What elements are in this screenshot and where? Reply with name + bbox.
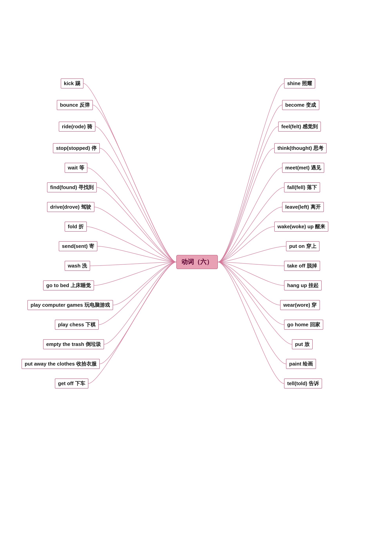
right-node-hang_up: hang up 挂起 [284,280,322,291]
right-node-feel: feel(felt) 感觉到 [278,122,321,131]
left-node-go_to_bed: go to bed 上床睡觉 [43,280,94,291]
left-node-empty: empty the trash 倒垃圾 [43,339,104,349]
left-node-drive: drive(drove) 驾驶 [47,202,94,212]
right-node-shine: shine 照耀 [284,79,315,88]
center-node: 动词（六） [176,255,218,269]
right-node-become: become 变成 [282,100,319,110]
left-node-send: send(sent) 寄 [59,241,97,251]
left-node-ride: ride(rode) 骑 [59,122,95,131]
right-node-fall: fall(fell) 落下 [284,183,320,192]
right-node-wear: wear(wore) 穿 [280,300,320,310]
left-node-bounce: bounce 反弹 [57,100,93,110]
right-node-go_home: go home 回家 [284,320,323,330]
left-node-wait: wait 等 [65,163,87,173]
left-node-put_away: put away the clothes 收拾衣服 [21,359,100,369]
right-node-tell: tell(told) 告诉 [284,379,322,388]
mind-map: 动词（六） kick 踢bounce 反弹ride(rode) 骑stop(st… [0,39,392,510]
left-node-stop: stop(stopped) 停 [53,143,100,153]
left-node-kick: kick 踢 [61,79,84,88]
right-node-take_off: take off 脱掉 [284,261,320,271]
right-node-put_on: put on 穿上 [286,241,320,251]
left-node-find: find(found) 寻找到 [47,183,97,192]
right-node-leave: leave(left) 离开 [282,202,324,212]
right-node-paint: paint 绘画 [286,359,316,369]
left-node-get_off: get off 下车 [55,379,88,388]
right-node-put: put 放 [292,339,313,349]
left-node-wash: wash 洗 [65,261,90,271]
left-node-play_computer: play computer games 玩电脑游戏 [28,300,113,310]
right-node-wake: wake(woke) up 醒来 [274,222,328,232]
left-node-play_chess: play chess 下棋 [55,320,99,330]
left-node-fold: fold 折 [65,222,87,232]
right-node-think: think(thought) 思考 [274,143,327,153]
right-node-meet: meet(met) 遇见 [282,163,324,173]
